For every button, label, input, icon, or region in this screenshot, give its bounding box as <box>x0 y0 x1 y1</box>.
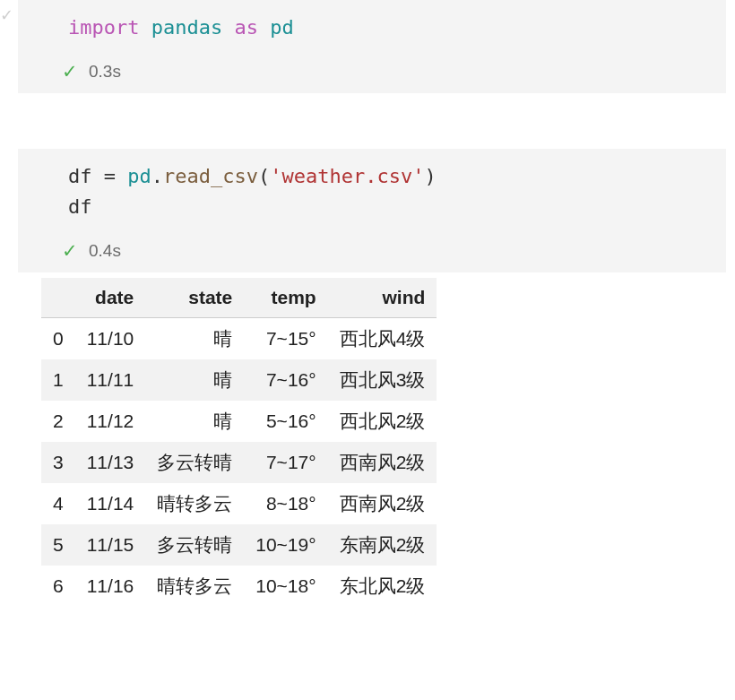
table-row: 611/16晴转多云10~18°东北风2级 <box>41 566 437 607</box>
table-cell: 10~18° <box>244 566 327 607</box>
table-cell: 10~19° <box>244 524 327 566</box>
table-cell: 7~15° <box>244 318 327 360</box>
table-cell: 11/11 <box>75 359 146 401</box>
cell-executed-indicator: ✓ <box>0 5 13 25</box>
table-cell: 多云转晴 <box>145 524 244 566</box>
table-row: 011/10晴7~15°西北风4级 <box>41 318 437 360</box>
code-cell[interactable]: import pandas as pd ✓ 0.3s <box>18 0 726 93</box>
row-index: 1 <box>41 359 75 401</box>
table-cell: 晴 <box>145 359 244 401</box>
row-index: 2 <box>41 401 75 442</box>
row-index: 4 <box>41 483 75 524</box>
table-cell: 晴 <box>145 318 244 360</box>
row-index: 3 <box>41 442 75 483</box>
index-header <box>41 278 75 318</box>
dataframe-output: date state temp wind 011/10晴7~15°西北风4级11… <box>41 278 735 607</box>
table-cell: 西南风2级 <box>328 483 437 524</box>
table-cell: 西北风4级 <box>328 318 437 360</box>
column-header: state <box>145 278 244 318</box>
table-cell: 西北风3级 <box>328 359 437 401</box>
table-row: 311/13多云转晴7~17°西南风2级 <box>41 442 437 483</box>
column-header: date <box>75 278 146 318</box>
code-editor[interactable]: import pandas as pd <box>18 0 726 56</box>
row-index: 0 <box>41 318 75 360</box>
table-header-row: date state temp wind <box>41 278 437 318</box>
table-cell: 晴转多云 <box>145 483 244 524</box>
execution-status: ✓ 0.4s <box>18 235 726 272</box>
check-icon: ✓ <box>62 240 78 262</box>
table-cell: 东南风2级 <box>328 524 437 566</box>
table-cell: 11/12 <box>75 401 146 442</box>
column-header: temp <box>244 278 327 318</box>
check-icon: ✓ <box>62 61 78 82</box>
table-row: 411/14晴转多云8~18°西南风2级 <box>41 483 437 524</box>
dataframe-table: date state temp wind 011/10晴7~15°西北风4级11… <box>41 278 437 607</box>
table-cell: 晴转多云 <box>145 566 244 607</box>
column-header: wind <box>328 278 437 318</box>
elapsed-time: 0.3s <box>89 62 121 82</box>
table-row: 211/12晴5~16°西北风2级 <box>41 401 437 442</box>
table-cell: 11/10 <box>75 318 146 360</box>
table-cell: 11/14 <box>75 483 146 524</box>
table-row: 511/15多云转晴10~19°东南风2级 <box>41 524 437 566</box>
table-cell: 多云转晴 <box>145 442 244 483</box>
table-cell: 西北风2级 <box>328 401 437 442</box>
table-cell: 11/16 <box>75 566 146 607</box>
row-index: 6 <box>41 566 75 607</box>
table-cell: 东北风2级 <box>328 566 437 607</box>
table-cell: 8~18° <box>244 483 327 524</box>
table-cell: 11/13 <box>75 442 146 483</box>
code-editor[interactable]: df = pd.read_csv('weather.csv') df <box>18 149 726 235</box>
table-body: 011/10晴7~15°西北风4级111/11晴7~16°西北风3级211/12… <box>41 318 437 608</box>
table-cell: 7~17° <box>244 442 327 483</box>
table-cell: 7~16° <box>244 359 327 401</box>
table-row: 111/11晴7~16°西北风3级 <box>41 359 437 401</box>
table-cell: 西南风2级 <box>328 442 437 483</box>
table-cell: 晴 <box>145 401 244 442</box>
elapsed-time: 0.4s <box>89 241 121 261</box>
table-cell: 11/15 <box>75 524 146 566</box>
execution-status: ✓ 0.3s <box>18 56 726 93</box>
table-cell: 5~16° <box>244 401 327 442</box>
row-index: 5 <box>41 524 75 566</box>
code-cell[interactable]: df = pd.read_csv('weather.csv') df ✓ 0.4… <box>18 149 726 272</box>
